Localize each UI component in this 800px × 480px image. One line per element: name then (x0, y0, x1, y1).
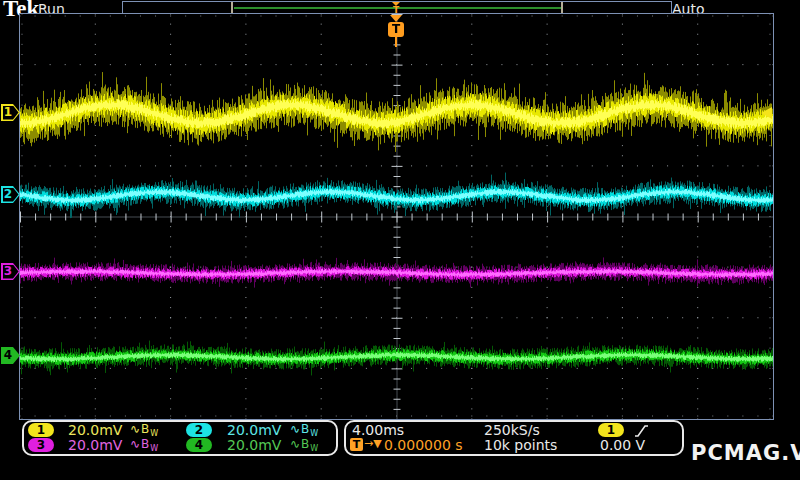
waveform-display (19, 13, 774, 420)
channel-2-badge: 2 (186, 423, 212, 437)
channel-4-badge: 4 (186, 438, 212, 452)
channel-4-position-marker[interactable]: 4 (1, 347, 20, 364)
channel-2-scale: 20.0mV (227, 422, 281, 438)
trigger-position-flag[interactable]: T (388, 22, 404, 37)
bandwidth-limit-icon: BW (141, 437, 159, 451)
channel-3-position-marker[interactable]: 3 (1, 263, 20, 280)
channel-4-scale: 20.0mV (227, 437, 281, 453)
trigger-level-readout[interactable]: 0.00 V (600, 437, 645, 453)
bandwidth-limit-icon: BW (301, 422, 319, 436)
channel-2-position-marker[interactable]: 2 (1, 186, 20, 203)
bandwidth-limit-icon: BW (141, 422, 159, 436)
record-length: 10k points (484, 437, 557, 453)
channel-1-badge: 1 (28, 423, 54, 437)
trigger-position-arrow-icon (390, 15, 402, 22)
ac-coupling-icon: ∿ (130, 437, 141, 451)
trigger-position-readout[interactable]: 0.000000 s (384, 437, 463, 453)
watermark: PCMAG.VN (691, 441, 800, 465)
horizontal-trigger-readouts-box: 4.00ms 250kS/s 1 T →▼ 0.000000 s 10k poi… (344, 420, 684, 456)
horizontal-scale[interactable]: 4.00ms (352, 422, 404, 438)
trigger-icon: T (350, 438, 363, 451)
oscilloscope-screen: Tek Run Auto T T 1 2 3 4 1 20.0mV ∿BW (0, 0, 800, 480)
ac-coupling-icon: ∿ (290, 422, 301, 436)
sample-rate: 250kS/s (484, 422, 540, 438)
channel-1-scale: 20.0mV (68, 422, 122, 438)
trigger-position-stem (395, 37, 397, 47)
channel-3-scale: 20.0mV (68, 437, 122, 453)
channel-1-position-marker[interactable]: 1 (1, 104, 20, 121)
trigger-level-arrow-icon[interactable] (761, 107, 772, 119)
ac-coupling-icon: ∿ (130, 422, 141, 436)
trigger-source-badge[interactable]: 1 (598, 423, 624, 437)
arrow-down-icon: ▼ (373, 437, 381, 450)
ac-coupling-icon: ∿ (290, 437, 301, 451)
rising-edge-icon (634, 424, 649, 438)
channel-readouts-box: 1 20.0mV ∿BW 2 20.0mV ∿BW 3 20.0mV ∿BW 4… (22, 420, 338, 456)
bandwidth-limit-icon: BW (301, 437, 319, 451)
graticule-and-traces-canvas (20, 14, 773, 419)
channel-3-badge: 3 (28, 438, 54, 452)
arrow-right-icon: → (364, 437, 373, 450)
